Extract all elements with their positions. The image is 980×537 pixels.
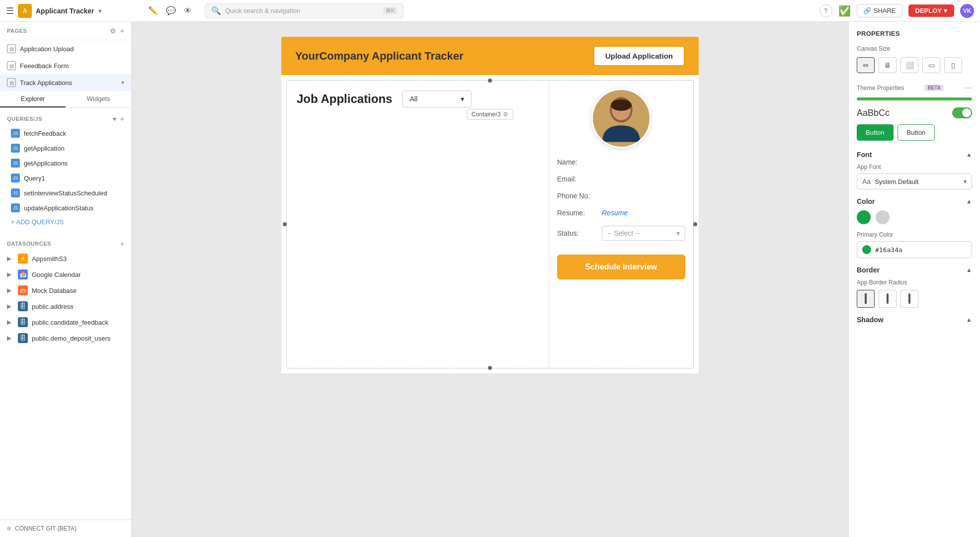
border-radius-sharp[interactable] [857,290,875,308]
theme-more-icon[interactable]: ⋯ [964,83,972,92]
add-query-button[interactable]: + ADD QUERY/JS [0,215,131,229]
color-section-title: Color [857,197,875,205]
page-item-track-applications[interactable]: ▤ Track Applications ▾ [0,74,131,91]
border-radius-round[interactable] [900,290,918,308]
shadow-section-header[interactable]: Shadow ▲ [857,316,972,324]
svg-point-3 [611,99,632,111]
app-header-title: YourCompany Applicant Tracker [295,50,464,63]
deploy-chevron-icon: ▾ [944,7,947,14]
tab-widgets[interactable]: Widgets [66,91,131,107]
avatar[interactable]: VK [960,4,974,18]
page-icon: ▤ [7,44,16,53]
primary-color-label: Primary Color [857,231,972,238]
expand-icon: ▶ [7,255,14,262]
theme-solid-button[interactable]: Button [857,124,894,141]
app-icon: A [18,4,32,18]
size-icon-mobile-landscape[interactable]: ▭ [922,57,940,73]
container-body[interactable]: Job Applications All ▾ [286,80,694,368]
properties-panel: PROPERTIES Canvas Size ⇔ 🖥 ⬜ ▭ ▯ Theme P… [848,22,980,537]
border-radius-slight[interactable] [879,290,897,308]
eye-icon[interactable]: 👁 [184,6,192,15]
resume-link[interactable]: Resume [602,209,628,217]
query-icon: JS [11,159,20,168]
upload-application-button[interactable]: Upload Application [593,46,685,66]
query-setinterviewstatus[interactable]: JS setInterviewStatusScheduled [0,185,131,200]
pages-header: PAGES ⚙ + [0,22,131,40]
share-icon: 🔗 [863,7,871,14]
edit-icon[interactable]: ✏️ [148,6,158,15]
mock-icon: 🗃 [18,285,28,295]
container-close-icon[interactable]: ⚙ [503,111,508,118]
pages-add-icon[interactable]: + [120,27,124,35]
query-getapplication[interactable]: JS getApplication [0,141,131,156]
app-title-chevron-icon[interactable]: ▾ [98,7,101,14]
canvas-size-section: Canvas Size ⇔ 🖥 ⬜ ▭ ▯ [857,45,972,73]
page-item-application-upload[interactable]: ▤ Application Upload [0,40,131,57]
font-select[interactable]: Aa System Default ▾ [857,174,972,189]
connect-git-button[interactable]: CONNECT GIT (BETA) [7,525,124,532]
job-apps-header: Job Applications All ▾ [297,90,539,107]
applicant-photo [591,89,651,148]
toggle-knob [962,108,971,117]
primary-color-row[interactable]: #16a34a [857,241,972,258]
search-bar[interactable]: 🔍 Quick search & navigation ⌘K [205,3,404,18]
status-select[interactable]: -- Select -- ▾ [602,226,685,241]
tab-explorer[interactable]: Explorer [0,91,66,107]
query-updateapplicationstatus[interactable]: JS updateApplicationStatus [0,200,131,215]
pg-icon: 🗄 [18,333,28,343]
resize-handle-bottom[interactable] [488,366,492,370]
query-icon: JS [11,144,20,153]
aa-row: AaBbCc [857,107,972,118]
info-row-email: Email: [557,175,685,183]
query-fetchfeedback[interactable]: JS fetchFeedback [0,126,131,141]
size-icon-tablet[interactable]: ⬜ [900,57,918,73]
page-chevron-icon: ▾ [121,79,124,86]
theme-header: Theme Properties BETA ⋯ [857,83,972,92]
size-icon-mobile-portrait[interactable]: ▯ [944,57,962,73]
queries-section-header[interactable]: QUERIES/JS ▾ + [0,112,131,126]
datasource-mock-database[interactable]: ▶ 🗃 Mock Database [0,282,131,298]
border-radius-label: App Border Radius [857,279,972,286]
datasources-section-header[interactable]: DATASOURCES + [0,237,131,251]
query-query1[interactable]: JS Query1 [0,171,131,185]
datasource-appsmith-s3[interactable]: ▶ ⚡ AppsmithS3 [0,251,131,267]
schedule-interview-button[interactable]: Schedule Interview [557,255,685,279]
datasource-candidate-feedback[interactable]: ▶ 🗄 public.candidate_feedback [0,314,131,330]
size-icon-desktop-wide[interactable]: ⇔ [857,57,875,73]
theme-color-bar [857,97,972,100]
expand-icon: ▶ [7,335,14,342]
primary-color-hex: #16a34a [875,246,902,254]
comment-icon[interactable]: 💬 [166,6,176,15]
color-chevron-icon: ▲ [966,198,972,205]
hamburger-icon[interactable]: ☰ [6,5,14,16]
resize-handle-top[interactable] [488,79,492,83]
left-panel: Job Applications All ▾ [287,81,549,368]
pages-settings-icon[interactable]: ⚙ [110,27,116,35]
color-swatch-gray[interactable] [876,210,890,224]
queries-section: QUERIES/JS ▾ + JS fetchFeedback JS getAp… [0,108,131,233]
datasource-demo-deposit[interactable]: ▶ 🗄 public.demo_deposit_users [0,330,131,346]
job-apps-title: Job Applications [297,92,392,106]
theme-outline-button[interactable]: Button [898,124,935,141]
deploy-button[interactable]: DEPLOY ▾ [908,4,954,17]
search-placeholder: Quick search & navigation [225,7,379,14]
datasource-google-calendar[interactable]: ▶ 📅 Google Calendar [0,267,131,282]
filter-dropdown[interactable]: All ▾ [402,90,472,107]
border-section: Border ▲ App Border Radius [857,266,972,308]
primary-color-dot [862,245,871,254]
datasources-add-icon[interactable]: + [120,240,124,248]
theme-toggle[interactable] [952,107,972,118]
sidebar: PAGES ⚙ + ▤ Application Upload ▤ Feeedba… [0,22,132,537]
datasource-public-address[interactable]: ▶ 🗄 public.address [0,298,131,314]
queries-add-icon[interactable]: + [120,115,124,123]
size-icon-desktop[interactable]: 🖥 [879,57,897,73]
color-swatch-green[interactable] [857,210,871,224]
help-button[interactable]: ? [819,4,832,17]
share-button[interactable]: 🔗 SHARE [857,4,902,17]
border-section-header[interactable]: Border ▲ [857,266,972,274]
query-getapplications[interactable]: JS getApplications [0,156,131,171]
color-section-header[interactable]: Color ▲ [857,197,972,205]
font-section-header[interactable]: Font ▲ [857,151,972,159]
page-item-feedback-form[interactable]: ▤ Feeedback Form [0,57,131,74]
queries-collapse-icon[interactable]: ▾ [113,115,116,123]
